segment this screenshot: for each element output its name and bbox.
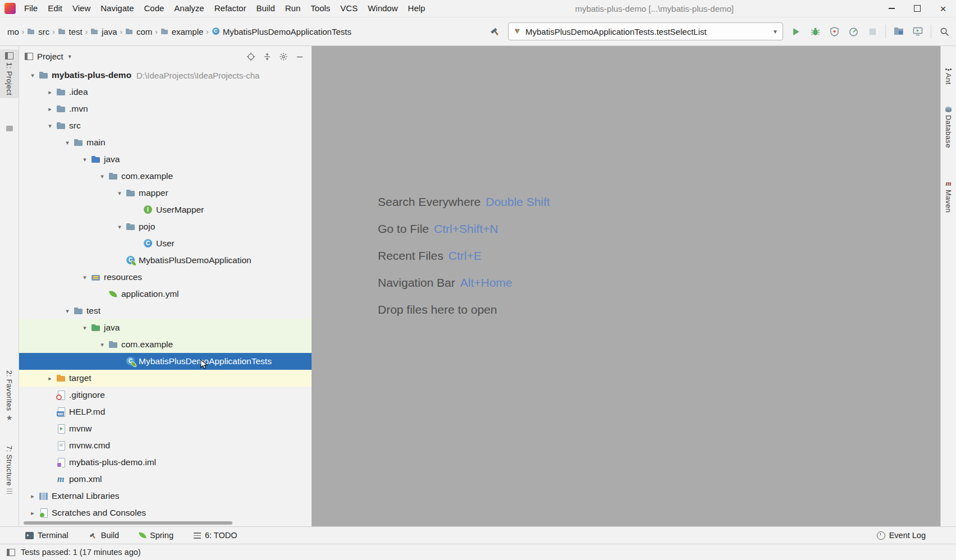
tree-row-src[interactable]: src [19,117,312,134]
tree-row-resources[interactable]: resources [19,269,312,286]
chevron-icon[interactable] [79,324,90,332]
locate-file-icon[interactable] [245,51,257,63]
run-with-coverage-icon[interactable] [828,25,840,38]
tree-row-test[interactable]: test [19,302,312,319]
tree-row-com-example-main[interactable]: com.example [19,168,312,185]
menu-help[interactable]: Help [403,0,431,17]
chevron-icon[interactable] [79,274,90,281]
hide-panel-icon[interactable] [294,51,306,63]
tree-row-pom-xml[interactable]: pom.xml [19,471,312,488]
tree-row-pojo[interactable]: pojo [19,218,312,235]
breadcrumb-item-test-class[interactable]: MybatisPlusDemoApplicationTests [210,25,353,38]
chevron-icon[interactable] [114,190,125,197]
menu-refactor[interactable]: Refactor [209,0,251,17]
project-structure-icon[interactable] [893,25,905,38]
tree-row-iml[interactable]: mybatis-plus-demo.iml [19,454,312,471]
chevron-icon[interactable] [79,156,90,163]
tree-row-user[interactable]: User [19,235,312,252]
tree-row-scratches[interactable]: Scratches and Consoles [19,504,312,519]
sidebar-tab-project[interactable]: 1: Project [0,49,19,98]
menu-tools[interactable]: Tools [305,0,335,17]
tree-row-mvnw[interactable]: mvnw [19,420,312,437]
tree-row-mapper[interactable]: mapper [19,185,312,201]
tree-row-application-class[interactable]: MybatisPlusDemoApplication [19,252,312,269]
minimize-button[interactable] [879,0,904,17]
tree-row-java-test[interactable]: java [19,319,312,336]
presentation-icon[interactable] [912,25,924,38]
search-everywhere-icon[interactable] [938,25,950,38]
event-log-button[interactable]: Event Log [877,531,926,540]
tree-row-application-yml[interactable]: application.yml [19,286,312,302]
run-configuration-select[interactable]: MybatisPlusDemoApplicationTests.testSele… [508,22,783,40]
tree-row-gitignore[interactable]: .gitignore [19,387,312,403]
chevron-icon[interactable] [27,72,38,79]
sidebar-tab-favorites[interactable]: 2: Favorites ★ [0,370,19,421]
chevron-icon[interactable] [44,105,56,113]
tree-row-project-root[interactable]: mybatis-plus-demo D:\IdeaProjects\IdeaPr… [19,67,312,84]
tree-row-java-main[interactable]: java [19,151,312,168]
menu-file[interactable]: File [19,0,43,17]
horizontal-scrollbar[interactable] [19,519,312,526]
chevron-icon[interactable] [44,122,56,130]
collapse-all-icon[interactable] [261,51,273,63]
maximize-button[interactable] [904,0,930,17]
chevron-icon[interactable] [62,307,73,315]
menu-analyze[interactable]: Analyze [169,0,209,17]
chevron-down-icon[interactable]: ▼ [67,54,72,59]
menu-build[interactable]: Build [251,0,280,17]
close-button[interactable]: × [930,0,956,17]
chevron-icon[interactable] [97,341,108,348]
tree-row-external-libraries[interactable]: External Libraries [19,488,312,504]
tab-spring[interactable]: Spring [139,531,173,540]
breadcrumb-item-src[interactable]: src [25,25,51,38]
run-button[interactable] [790,25,802,38]
scrollbar-thumb[interactable] [24,521,232,525]
sidebar-tab-maven[interactable]: m Maven [941,180,956,213]
chevron-icon[interactable] [27,509,38,517]
toolwindow-toggle-icon[interactable] [7,549,15,556]
tree-row-tests-class-selected[interactable]: MybatisPlusDemoApplicationTests [19,353,312,370]
menu-run[interactable]: Run [280,0,306,17]
breadcrumb-item-test[interactable]: test [56,25,84,38]
breadcrumb-item-example[interactable]: example [159,25,205,38]
tree-row-help-md[interactable]: HELP.md [19,403,312,420]
tab-todo[interactable]: 6: TODO [194,531,237,540]
tree-row-mvnw-cmd[interactable]: mvnw.cmd [19,437,312,454]
project-tool-window: Project ▼ [19,46,312,526]
menu-navigate[interactable]: Navigate [95,0,139,17]
tree-row-idea[interactable]: .idea [19,84,312,100]
chevron-icon[interactable] [97,173,108,180]
star-icon: ★ [6,414,13,421]
build-hammer-icon[interactable] [489,25,501,38]
menu-window[interactable]: Window [363,0,402,17]
tree-row-usermapper[interactable]: UserMapper [19,201,312,218]
breadcrumb-item[interactable]: mo [6,25,21,38]
menu-view[interactable]: View [67,0,95,17]
breadcrumb-item-com[interactable]: com [123,25,154,38]
sidebar-tab-database[interactable]: Database [941,107,956,148]
tab-build[interactable]: Build [89,531,119,540]
settings-gear-icon[interactable] [277,51,290,63]
tree-row-main[interactable]: main [19,134,312,151]
menu-edit[interactable]: Edit [43,0,67,17]
shortcut-keys: Alt+Home [460,276,513,289]
menu-vcs[interactable]: VCS [335,0,363,17]
chevron-icon[interactable] [114,223,125,231]
tree-row-com-example-test[interactable]: com.example [19,336,312,353]
tab-terminal[interactable]: Terminal [25,531,68,540]
chevron-icon[interactable] [44,89,56,96]
tree-row-mvn[interactable]: .mvn [19,100,312,117]
chevron-icon[interactable] [62,139,73,146]
debug-button[interactable] [809,25,821,38]
chevron-icon[interactable] [27,493,38,500]
sidebar-tab-ant[interactable]: Ant [941,68,956,85]
stripe-folder-icon[interactable] [0,126,19,131]
breadcrumb-item-java[interactable]: java [89,25,119,38]
tree-row-target[interactable]: target [19,370,312,387]
sidebar-tab-structure[interactable]: 7: Structure [0,446,19,494]
tool-window-icon [5,52,13,59]
menu-code[interactable]: Code [139,0,169,17]
profiler-icon[interactable] [847,25,859,38]
ch evron-icon[interactable] [44,375,56,382]
shortcut-keys: Ctrl+E [449,249,482,262]
